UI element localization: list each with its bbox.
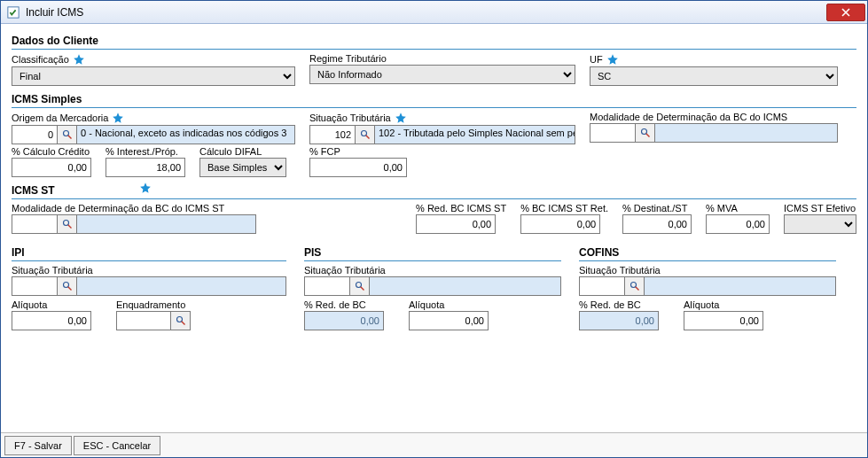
cofins-sit-code-input[interactable] [579, 276, 625, 296]
mod-st-label: Modalidade de Determinação da BC do ICMS… [12, 203, 256, 213]
svg-line-2 [67, 136, 71, 139]
app-icon [6, 5, 20, 19]
ipi-enq-lookup-button[interactable] [171, 311, 191, 330]
dest-st-input[interactable] [622, 214, 692, 234]
mva-label: % MVA [706, 203, 770, 213]
red-st-label: % Red. BC ICMS ST [416, 203, 506, 213]
window: Incluir ICMS Dados do Cliente Classifica… [0, 0, 868, 458]
origem-code-input[interactable] [12, 125, 58, 144]
svg-point-15 [630, 283, 636, 288]
ipi-sit-code-input[interactable] [12, 276, 58, 296]
ipi-aliq-input[interactable] [12, 311, 91, 330]
close-button[interactable] [826, 4, 865, 21]
svg-point-5 [641, 129, 646, 135]
pis-sit-label: Situação Tributária [304, 265, 561, 276]
ipi-sit-label: Situação Tributária [12, 265, 286, 276]
pis-sit-code-input[interactable] [304, 276, 350, 296]
section-icms-title: ICMS Simples [12, 93, 856, 105]
fcp-input[interactable] [309, 158, 407, 177]
uf-select[interactable]: SC [590, 66, 838, 86]
star-icon [606, 53, 619, 66]
star-icon [139, 182, 152, 194]
content-area: Dados do Cliente Classificação Final Reg… [1, 24, 867, 432]
titlebar: Incluir ICMS [1, 1, 867, 24]
calc-cred-label: % Cálculo Crédito [12, 146, 91, 157]
divider [12, 107, 856, 108]
svg-point-3 [361, 131, 366, 136]
svg-line-16 [635, 287, 638, 291]
ret-st-label: % BC ICMS ST Ret. [520, 203, 608, 213]
ipi-enq-code-input[interactable] [116, 311, 171, 330]
save-button[interactable]: F7 - Salvar [4, 436, 72, 455]
ipi-sit-lookup-button[interactable] [58, 276, 77, 296]
sit-icms-code-input[interactable] [309, 125, 356, 144]
mva-input[interactable] [706, 214, 770, 234]
mod-bc-label: Modalidade de Determinação da BC do ICMS [590, 112, 838, 122]
svg-line-12 [181, 322, 184, 325]
cofins-red-label: % Red. de BC [579, 299, 659, 310]
difal-select[interactable]: Base Simples [199, 158, 286, 177]
mod-st-lookup-button[interactable] [58, 214, 77, 234]
star-icon [73, 53, 85, 66]
mod-bc-lookup-button[interactable] [636, 123, 655, 143]
window-title: Incluir ICMS [26, 6, 826, 19]
classificacao-select[interactable]: Final [12, 66, 295, 86]
svg-line-14 [360, 287, 364, 291]
divider [12, 260, 286, 261]
mod-st-desc [77, 214, 256, 234]
svg-line-8 [67, 225, 71, 229]
divider [304, 260, 561, 261]
svg-line-10 [67, 287, 71, 291]
svg-point-11 [176, 317, 182, 322]
svg-line-6 [645, 134, 649, 137]
interest-input[interactable] [106, 158, 185, 177]
ipi-enq-label: Enquadramento [116, 299, 191, 310]
origem-desc: 0 - Nacional, exceto as indicadas nos có… [77, 125, 295, 144]
interest-label: % Interest./Próp. [106, 146, 185, 157]
mod-bc-code-input[interactable] [590, 123, 636, 143]
sit-icms-lookup-button[interactable] [356, 125, 375, 144]
cofins-sit-lookup-button[interactable] [625, 276, 645, 296]
section-client-title: Dados do Cliente [12, 35, 856, 47]
star-icon [112, 112, 124, 124]
mod-bc-desc [655, 123, 838, 143]
regime-label: Regime Tributário [309, 53, 575, 64]
star-icon [395, 112, 407, 124]
footer: F7 - Salvar ESC - Cancelar [1, 432, 867, 457]
cofins-sit-label: Situação Tributária [579, 265, 836, 276]
svg-point-7 [63, 221, 68, 226]
section-st-title: ICMS ST [12, 184, 856, 197]
divider [579, 260, 836, 261]
section-cofins-title: COFINS [579, 246, 836, 259]
difal-label: Cálculo DIFAL [199, 146, 286, 157]
sit-icms-desc: 102 - Tributada pelo Simples Nacional se… [375, 125, 575, 144]
cofins-aliq-input[interactable] [684, 311, 763, 330]
pis-red-label: % Red. de BC [304, 299, 384, 310]
cofins-sit-desc [645, 276, 836, 296]
efet-label: ICMS ST Efetivo [784, 203, 856, 213]
ipi-aliq-label: Alíquota [12, 299, 91, 310]
origem-label: Origem da Mercadoria [12, 113, 108, 123]
pis-aliq-label: Alíquota [409, 299, 489, 310]
pis-sit-lookup-button[interactable] [350, 276, 370, 296]
svg-point-1 [63, 131, 68, 136]
fcp-label: % FCP [309, 146, 407, 157]
section-pis-title: PIS [304, 246, 561, 259]
cofins-aliq-label: Alíquota [684, 299, 763, 310]
calc-cred-input[interactable] [12, 158, 91, 177]
mod-st-code-input[interactable] [12, 214, 58, 234]
pis-aliq-input[interactable] [409, 311, 489, 330]
svg-point-13 [356, 283, 361, 288]
efet-select[interactable] [784, 214, 856, 234]
divider [12, 49, 856, 50]
uf-label: UF [590, 54, 603, 65]
origem-lookup-button[interactable] [58, 125, 77, 144]
cancel-button[interactable]: ESC - Cancelar [74, 436, 160, 455]
classificacao-label: Classificação [12, 54, 69, 65]
red-st-input[interactable] [416, 214, 496, 234]
ret-st-input[interactable] [520, 214, 600, 234]
svg-line-4 [365, 136, 369, 139]
divider [12, 198, 856, 199]
pis-sit-desc [370, 276, 561, 296]
regime-select[interactable]: Não Informado [309, 65, 575, 84]
